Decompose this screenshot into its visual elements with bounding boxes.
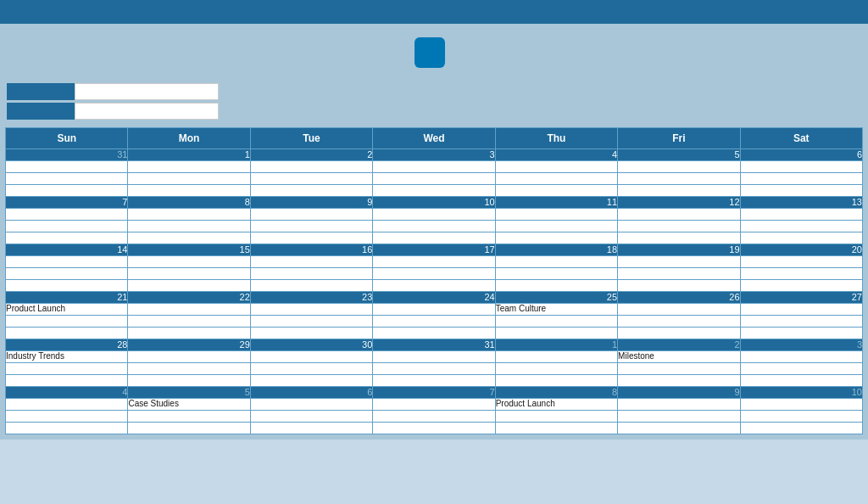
calendar-content-cell <box>740 399 862 411</box>
calendar-date-cell: 8 <box>495 387 617 399</box>
calendar-date-cell: 7 <box>373 387 495 399</box>
week-content-row: Industry TrendsMilestone <box>6 351 863 363</box>
calendar-content-cell <box>740 256 862 268</box>
calendar-content-cell <box>495 363 617 375</box>
calendar-content-cell <box>373 375 495 387</box>
calendar-date-cell: 31 <box>373 339 495 351</box>
week-date-row: 28293031123 <box>6 339 863 351</box>
calendar-content-cell <box>6 328 128 339</box>
calendar-content-cell <box>618 411 740 423</box>
calendar-date-cell: 5 <box>618 149 740 161</box>
calendar-content-cell <box>495 185 617 197</box>
calendar-content-cell <box>128 316 250 328</box>
calendar-content-cell <box>740 173 862 185</box>
calendar-content-cell <box>250 173 372 185</box>
calendar-content-cell <box>495 328 617 339</box>
calendar-content-cell <box>6 232 128 244</box>
calendar-content-cell <box>250 221 372 232</box>
week-content-row <box>6 209 863 221</box>
calendar-date-cell: 23 <box>250 292 372 304</box>
calendar-content-cell <box>740 328 862 339</box>
calendar-date-cell: 6 <box>250 387 372 399</box>
calendar-content-cell <box>128 363 250 375</box>
calendar-content-cell <box>128 280 250 292</box>
calendar-content-cell <box>373 280 495 292</box>
week-content-row: Product LaunchTeam Culture <box>6 304 863 316</box>
calendar-content-cell <box>740 363 862 375</box>
calendar-content-cell <box>128 161 250 173</box>
calendar-container: SunMonTueWedThuFriSat 311234567891011121… <box>0 127 868 440</box>
calendar-content-cell <box>128 185 250 197</box>
calendar-date-cell: 3 <box>373 149 495 161</box>
calendar-content-cell <box>373 232 495 244</box>
calendar-content-cell <box>618 173 740 185</box>
calendar-date-cell: 4 <box>495 149 617 161</box>
calendar-date-cell: 31 <box>6 149 128 161</box>
calendar-content-cell <box>495 423 617 434</box>
calendar-content-cell <box>740 280 862 292</box>
calendar-date-cell: 24 <box>373 292 495 304</box>
week-date-row: 31123456 <box>6 149 863 161</box>
calendar-content-cell <box>128 221 250 232</box>
calendar-content-cell <box>250 268 372 280</box>
calendar-content-cell <box>373 411 495 423</box>
week-content-row <box>6 185 863 197</box>
week-content-row <box>6 363 863 375</box>
calendar-content-cell <box>250 209 372 221</box>
calendar-content-cell <box>6 209 128 221</box>
calendar-content-cell: Product Launch <box>495 399 617 411</box>
week-content-row <box>6 375 863 387</box>
calendar-content-cell <box>373 256 495 268</box>
calendar-date-cell: 13 <box>740 197 862 209</box>
calendar-header-row: SunMonTueWedThuFriSat <box>6 128 863 149</box>
week-date-row: 21222324252627 <box>6 292 863 304</box>
calendar-content-cell <box>373 173 495 185</box>
calendar-content-cell <box>495 173 617 185</box>
calendar-date-cell: 16 <box>250 244 372 256</box>
date-updated-value[interactable] <box>75 103 219 120</box>
header <box>0 0 868 24</box>
calendar-content-cell <box>373 399 495 411</box>
calendar-content-cell <box>128 423 250 434</box>
calendar-date-cell: 10 <box>740 387 862 399</box>
calendar-content-cell: Industry Trends <box>6 351 128 363</box>
calendar-table: SunMonTueWedThuFriSat 311234567891011121… <box>5 127 863 434</box>
calendar-date-cell: 6 <box>740 149 862 161</box>
calendar-content-cell: Milestone <box>618 351 740 363</box>
calendar-content-cell <box>373 221 495 232</box>
calendar-content-cell <box>128 411 250 423</box>
calendar-content-cell <box>250 399 372 411</box>
calendar-date-cell: 1 <box>495 339 617 351</box>
calendar-day-header: Sat <box>740 128 862 149</box>
prepared-by-value[interactable] <box>75 83 219 100</box>
calendar-content-cell <box>373 185 495 197</box>
calendar-content-cell <box>250 280 372 292</box>
calendar-date-cell: 25 <box>495 292 617 304</box>
calendar-date-cell: 4 <box>6 387 128 399</box>
calendar-content-cell <box>495 209 617 221</box>
calendar-content-cell <box>250 411 372 423</box>
week-content-row <box>6 161 863 173</box>
calendar-content-cell <box>740 316 862 328</box>
week-content-row <box>6 173 863 185</box>
week-content-row <box>6 280 863 292</box>
week-content-row <box>6 411 863 423</box>
calendar-date-cell: 7 <box>6 197 128 209</box>
calendar-content-cell <box>740 185 862 197</box>
calendar-content-cell <box>618 232 740 244</box>
calendar-content-cell <box>6 161 128 173</box>
calendar-content-cell <box>740 351 862 363</box>
calendar-content-cell <box>495 375 617 387</box>
calendar-day-header: Fri <box>618 128 740 149</box>
calendar-date-cell: 26 <box>618 292 740 304</box>
week-date-row: 14151617181920 <box>6 244 863 256</box>
calendar-day-header: Sun <box>6 128 128 149</box>
calendar-date-cell: 5 <box>128 387 250 399</box>
date-updated-label <box>7 103 75 120</box>
calendar-date-cell: 18 <box>495 244 617 256</box>
calendar-date-cell: 9 <box>250 197 372 209</box>
calendar-day-header: Tue <box>250 128 372 149</box>
calendar-content-cell <box>373 161 495 173</box>
week-content-row <box>6 256 863 268</box>
calendar-content-cell <box>6 423 128 434</box>
